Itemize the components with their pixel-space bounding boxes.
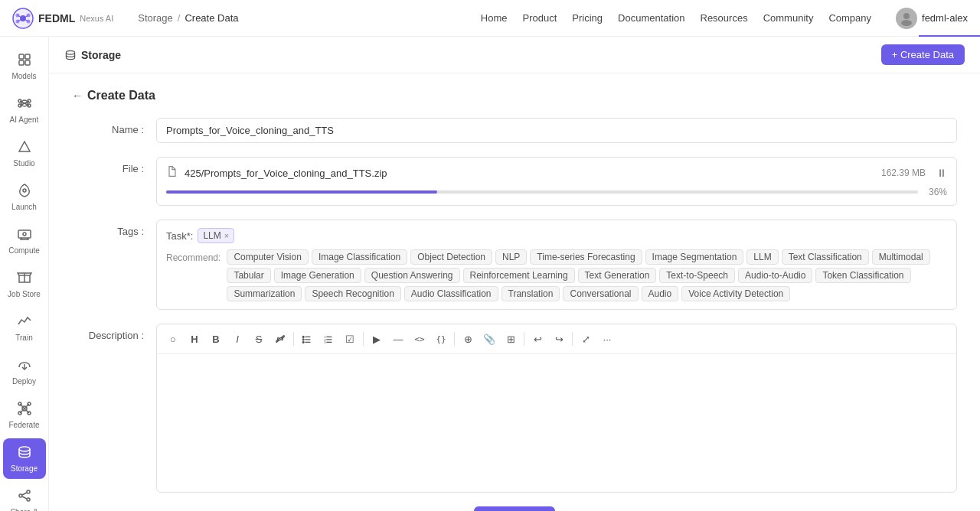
toolbar-mention[interactable]: ⊕: [458, 329, 478, 349]
sidebar-item-launch[interactable]: Launch: [3, 177, 46, 217]
launch-icon: [17, 183, 32, 200]
file-size: 162.39 MB: [881, 168, 926, 178]
recommend-tag[interactable]: Image Classification: [312, 249, 407, 265]
recommend-tag[interactable]: Speech Recognition: [305, 286, 400, 301]
selected-tag-llm: LLM ×: [198, 228, 234, 243]
sidebar-item-compute[interactable]: Compute: [3, 220, 46, 261]
toolbar-link[interactable]: [270, 329, 290, 349]
toolbar-more[interactable]: ···: [597, 329, 617, 349]
nav-pricing[interactable]: Pricing: [572, 12, 603, 24]
recommend-tag[interactable]: Translation: [501, 286, 560, 301]
sidebar-item-studio[interactable]: Studio: [3, 133, 46, 174]
recommend-tag[interactable]: Text Classification: [782, 249, 869, 265]
remove-tag-llm[interactable]: ×: [224, 231, 229, 240]
recommend-tag[interactable]: Text-to-Speech: [659, 268, 735, 283]
toolbar-ordered-list[interactable]: 123: [318, 329, 338, 349]
sidebar-item-models[interactable]: Models: [3, 46, 46, 86]
breadcrumb: Storage / Create Data: [138, 12, 238, 24]
back-arrow[interactable]: ←: [72, 90, 83, 102]
svg-point-31: [23, 233, 26, 236]
toolbar-bold[interactable]: B: [206, 329, 226, 349]
toolbar-attachment[interactable]: 📎: [479, 329, 499, 349]
models-icon: [17, 52, 32, 70]
recommend-tag[interactable]: Reinforcement Learning: [463, 268, 575, 283]
page-title: Create Data: [87, 89, 155, 103]
toolbar-expand[interactable]: ⤢: [576, 329, 596, 349]
page-title-row: ← Create Data: [72, 89, 957, 103]
recommend-tag[interactable]: Audio: [642, 286, 679, 301]
nav-product[interactable]: Product: [522, 12, 557, 24]
editor-box: ○ H B I S: [156, 324, 957, 493]
recommend-tag[interactable]: Audio-to-Audio: [738, 268, 812, 283]
recommend-tag[interactable]: NLP: [495, 249, 527, 265]
toolbar-code-block[interactable]: {}: [431, 329, 451, 349]
sidebar-item-share-earn[interactable]: Share & Earn: [3, 482, 46, 511]
toolbar-unordered-list[interactable]: [297, 329, 317, 349]
recommend-tag[interactable]: Computer Vision: [227, 249, 309, 265]
editor-toolbar: ○ H B I S: [157, 324, 956, 354]
sidebar-item-deploy[interactable]: Deploy: [3, 351, 46, 392]
nav-resources[interactable]: Resources: [701, 12, 748, 24]
recommend-tag[interactable]: Conversational: [563, 286, 638, 301]
nav-company[interactable]: Company: [828, 12, 871, 24]
svg-point-46: [27, 498, 30, 501]
recommend-tag[interactable]: Voice Activity Detection: [681, 286, 790, 301]
recommend-tag[interactable]: Token Classification: [815, 268, 910, 283]
name-label: Name :: [72, 118, 156, 135]
recommend-tag[interactable]: Text Generation: [578, 268, 657, 283]
sidebar-item-federate[interactable]: Federate: [3, 395, 46, 435]
toolbar-divider-1: [293, 332, 294, 346]
create-button[interactable]: Create: [474, 506, 555, 511]
description-label: Description :: [72, 324, 156, 341]
nav-documentation[interactable]: Documentation: [618, 12, 684, 24]
recommend-tag[interactable]: Question Answering: [364, 268, 460, 283]
svg-point-11: [901, 20, 912, 26]
name-input[interactable]: [156, 118, 957, 143]
recommend-tags: Computer VisionImage ClassificationObjec…: [227, 249, 947, 301]
nav-home[interactable]: Home: [481, 12, 508, 24]
sidebar-item-train[interactable]: Train: [3, 308, 46, 348]
svg-point-44: [19, 494, 22, 497]
nav-community[interactable]: Community: [763, 12, 814, 24]
create-btn-row: Create: [72, 506, 957, 511]
toolbar-hr[interactable]: —: [388, 329, 408, 349]
recommend-tag[interactable]: LLM: [746, 249, 778, 265]
recommend-tag[interactable]: Image Segmentation: [645, 249, 744, 265]
recommend-tag[interactable]: Time-series Forecasting: [530, 249, 642, 265]
toolbar-circle[interactable]: ○: [163, 329, 183, 349]
sidebar-item-storage[interactable]: Storage: [3, 438, 46, 479]
create-data-button[interactable]: + Create Data: [881, 44, 965, 65]
recommend-tag[interactable]: Summarization: [227, 286, 302, 301]
toolbar-italic[interactable]: I: [227, 329, 247, 349]
recommend-tag[interactable]: Image Generation: [274, 268, 361, 283]
share-earn-icon: [17, 488, 32, 506]
toolbar-strikethrough[interactable]: S: [249, 329, 269, 349]
user-menu[interactable]: fedml-alex: [896, 8, 968, 29]
toolbar-heading[interactable]: H: [185, 329, 204, 349]
storage-title: Storage: [64, 49, 121, 61]
tags-control: Task*: LLM × Recommend: Computer VisionI…: [156, 220, 957, 310]
recommend-tag[interactable]: Tabular: [227, 268, 270, 283]
editor-body[interactable]: [157, 354, 956, 492]
progress-fill: [166, 190, 437, 194]
file-row: 425/Prompts_for_Voice_cloning_and_TTS.zi…: [166, 165, 947, 181]
compute-icon: [17, 226, 32, 244]
sidebar: Models AI Agent Studio Launch Compute: [0, 37, 49, 511]
progress-track: [166, 190, 918, 194]
toolbar-play[interactable]: ▶: [367, 329, 387, 349]
sidebar-item-job-store[interactable]: Job Store: [3, 264, 46, 304]
toolbar-checkbox[interactable]: ☑: [340, 329, 360, 349]
content-area: Storage + Create Data ← Create Data Name…: [49, 37, 980, 511]
toolbar-table[interactable]: ⊞: [501, 329, 521, 349]
sidebar-item-ai-agent[interactable]: AI Agent: [3, 90, 46, 130]
toolbar-code-inline[interactable]: <>: [410, 329, 430, 349]
tags-label: Tags :: [72, 220, 156, 237]
pause-button[interactable]: ⏸: [936, 167, 947, 179]
toolbar-undo[interactable]: ↩: [528, 329, 547, 349]
recommend-tag[interactable]: Multimodal: [872, 249, 930, 265]
toolbar-redo[interactable]: ↪: [549, 329, 569, 349]
svg-point-49: [66, 50, 74, 54]
recommend-tag[interactable]: Audio Classification: [404, 286, 498, 301]
recommend-tag[interactable]: Object Detection: [410, 249, 492, 265]
svg-point-45: [27, 490, 30, 493]
